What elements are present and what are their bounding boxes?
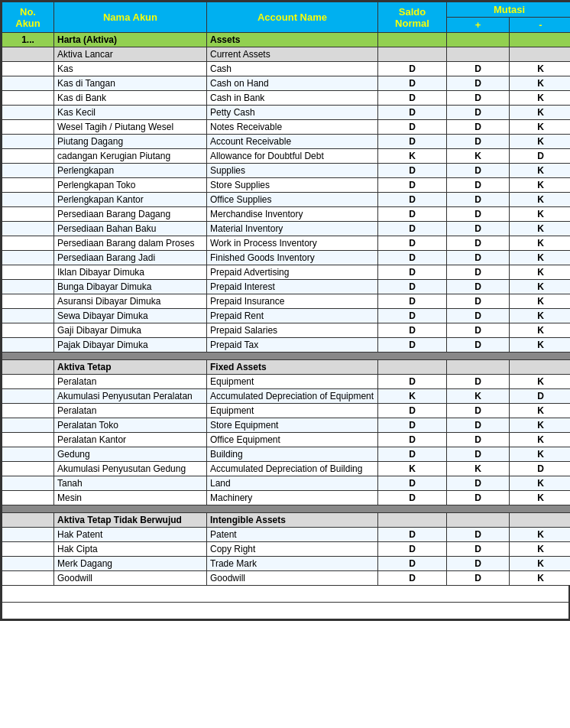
cell-nama-akun: Peralatan Kantor: [54, 433, 207, 447]
cell-mutasi-plus: D: [447, 280, 510, 294]
cell-mutasi-plus: D: [447, 265, 510, 280]
account-table: No. Akun Nama Akun Account Name Saldo No…: [2, 2, 570, 619]
table-row: Persediaan Barang dalam ProsesWork in Pr…: [2, 236, 571, 251]
cell-nama-akun: Iklan Dibayar Dimuka: [54, 265, 207, 280]
cell-nama-akun: Perlengkapan Kantor: [54, 193, 207, 207]
cell-saldo-normal: D: [378, 433, 447, 447]
cell-account-name: Machinery: [207, 491, 378, 505]
cell-saldo-normal: D: [378, 375, 447, 389]
cell-nama-akun: Piutang Dagang: [54, 135, 207, 149]
cell-no-akun: [2, 222, 54, 236]
cell-mutasi-minus: K: [510, 76, 571, 91]
cell-no-akun: [2, 106, 54, 120]
cell-mutasi-minus: K: [510, 375, 571, 389]
cell-no-akun: [2, 294, 54, 309]
cell-nama-akun: Hak Cipta: [54, 542, 207, 557]
cell-nama-akun: Goodwill: [54, 571, 207, 586]
cell-nama-akun: Perlengkapan Toko: [54, 178, 207, 193]
table-row: Akumulasi Penyusutan PeralatanAccumulate…: [2, 389, 571, 404]
cell-no-akun: [2, 338, 54, 353]
cell-no-akun: [2, 62, 54, 76]
cell-saldo-normal: D: [378, 120, 447, 135]
cell-mutasi-plus: D: [447, 135, 510, 149]
cell-mutasi-minus: K: [510, 338, 571, 353]
cell-no-akun: [2, 323, 54, 338]
cell-nama-akun: Pajak Dibayar Dimuka: [54, 338, 207, 353]
cell-account-name: Intengible Assets: [207, 513, 378, 528]
cell-mutasi-minus: D: [510, 462, 571, 476]
table-row: Persediaan Barang JadiFinished Goods Inv…: [2, 251, 571, 265]
cell-account-name: Account Receivable: [207, 135, 378, 149]
cell-nama-akun: Aktiva Lancar: [54, 47, 207, 62]
cell-mutasi-minus: K: [510, 309, 571, 323]
cell-mutasi-minus: K: [510, 542, 571, 557]
cell-mutasi-minus: K: [510, 91, 571, 106]
cell-nama-akun: cadangan Kerugian Piutang: [54, 149, 207, 164]
cell-mutasi-plus: D: [447, 491, 510, 505]
cell-mutasi-minus: D: [510, 389, 571, 404]
table-row: Hak CiptaCopy RightDDK: [2, 542, 571, 557]
cell-mutasi-plus: D: [447, 447, 510, 462]
cell-mutasi-minus: K: [510, 491, 571, 505]
cell-mutasi-minus: K: [510, 571, 571, 586]
table-row: Aktiva LancarCurrent Assets: [2, 47, 571, 62]
main-table-container: No. Akun Nama Akun Account Name Saldo No…: [0, 0, 570, 621]
cell-mutasi-minus: K: [510, 447, 571, 462]
cell-mutasi-plus: [447, 360, 510, 375]
cell-no-akun: [2, 76, 54, 91]
cell-saldo-normal: D: [378, 265, 447, 280]
cell-nama-akun: Persediaan Barang dalam Proses: [54, 236, 207, 251]
cell-mutasi-plus: D: [447, 251, 510, 265]
cell-mutasi-plus: D: [447, 528, 510, 542]
cell-account-name: Cash on Hand: [207, 76, 378, 91]
cell-account-name: Merchandise Inventory: [207, 207, 378, 222]
cell-mutasi-minus: K: [510, 207, 571, 222]
cell-nama-akun: Harta (Aktiva): [54, 33, 207, 47]
cell-nama-akun: Kas: [54, 62, 207, 76]
cell-saldo-normal: D: [378, 542, 447, 557]
cell-no-akun: [2, 251, 54, 265]
cell-account-name: Goodwill: [207, 571, 378, 586]
cell-account-name: Equipment: [207, 404, 378, 418]
cell-nama-akun: Peralatan: [54, 404, 207, 418]
cell-mutasi-minus: K: [510, 62, 571, 76]
cell-no-akun: [2, 528, 54, 542]
cell-mutasi-minus: K: [510, 120, 571, 135]
cell-account-name: Finished Goods Inventory: [207, 251, 378, 265]
cell-no-akun: [2, 513, 54, 528]
table-row: PerlengkapanSuppliesDDK: [2, 164, 571, 178]
cell-mutasi-plus: D: [447, 338, 510, 353]
cell-no-akun: [2, 149, 54, 164]
cell-nama-akun: Aktiva Tetap Tidak Berwujud: [54, 513, 207, 528]
cell-no-akun: [2, 491, 54, 505]
cell-no-akun: [2, 360, 54, 375]
cell-saldo-normal: D: [378, 91, 447, 106]
cell-saldo-normal: D: [378, 106, 447, 120]
cell-mutasi-plus: D: [447, 557, 510, 571]
cell-account-name: Prepaid Rent: [207, 309, 378, 323]
cell-saldo-normal: D: [378, 62, 447, 76]
cell-saldo-normal: D: [378, 571, 447, 586]
cell-saldo-normal: D: [378, 447, 447, 462]
cell-mutasi-minus: K: [510, 222, 571, 236]
cell-saldo-normal: D: [378, 251, 447, 265]
cell-mutasi-minus: K: [510, 265, 571, 280]
cell-mutasi-plus: D: [447, 91, 510, 106]
table-row: Wesel Tagih / Piutang WeselNotes Receiva…: [2, 120, 571, 135]
cell-saldo-normal: D: [378, 207, 447, 222]
cell-no-akun: [2, 193, 54, 207]
table-header: No. Akun Nama Akun Account Name Saldo No…: [2, 2, 571, 18]
cell-no-akun: [2, 135, 54, 149]
cell-account-name: Prepaid Interest: [207, 280, 378, 294]
cell-mutasi-plus: D: [447, 76, 510, 91]
header-nama-akun: Nama Akun: [54, 2, 207, 33]
cell-mutasi-minus: [510, 47, 571, 62]
cell-saldo-normal: [378, 360, 447, 375]
cell-nama-akun: Kas di Bank: [54, 91, 207, 106]
cell-nama-akun: Kas di Tangan: [54, 76, 207, 91]
cell-no-akun: [2, 178, 54, 193]
table-row: Peralatan TokoStore EquipmentDDK: [2, 418, 571, 433]
cell-no-akun: [2, 433, 54, 447]
header-no-akun: No. Akun: [2, 2, 54, 33]
cell-account-name: Prepaid Tax: [207, 338, 378, 353]
